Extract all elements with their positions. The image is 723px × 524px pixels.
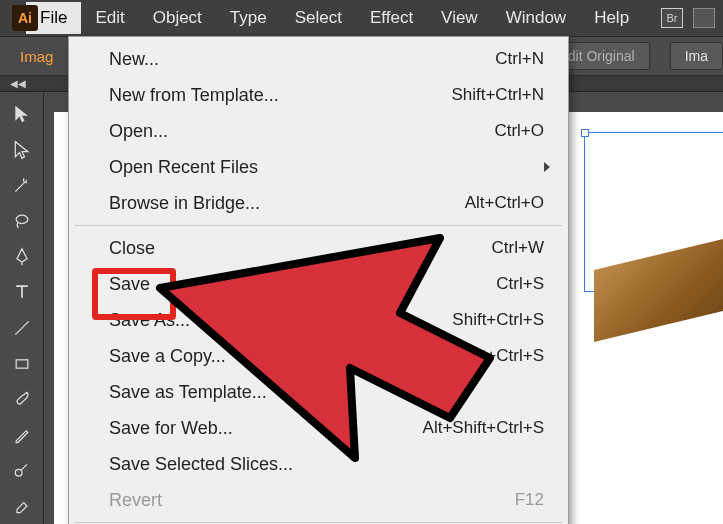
menu-item-shortcut: Shift+Ctrl+N <box>451 81 544 109</box>
menu-item-open[interactable]: Open... Ctrl+O <box>69 113 568 149</box>
menu-item-label: Save <box>109 270 496 298</box>
menu-label: Object <box>153 8 202 27</box>
menu-item-save[interactable]: Save Ctrl+S <box>69 266 568 302</box>
menu-view[interactable]: View <box>427 2 492 34</box>
app-logo: Ai <box>12 5 38 31</box>
menu-item-close[interactable]: Close Ctrl+W <box>69 230 568 266</box>
menu-item-label: Save for Web... <box>109 414 423 442</box>
magic-wand-tool[interactable] <box>4 167 40 203</box>
image-trace-button[interactable]: Ima <box>670 42 723 70</box>
menubar: File Edit Object Type Select Effect View… <box>0 0 723 36</box>
menu-item-shortcut: Ctrl+O <box>494 117 544 145</box>
menu-type[interactable]: Type <box>216 2 281 34</box>
menu-help[interactable]: Help <box>580 2 643 34</box>
menu-select[interactable]: Select <box>281 2 356 34</box>
menu-object[interactable]: Object <box>139 2 216 34</box>
menu-item-shortcut: Ctrl+W <box>492 234 544 262</box>
menu-item-shortcut: Ctrl+N <box>495 45 544 73</box>
line-tool[interactable] <box>4 310 40 346</box>
menu-item-label: Browse in Bridge... <box>109 189 465 217</box>
pencil-tool[interactable] <box>4 417 40 453</box>
svg-rect-1 <box>16 359 28 367</box>
pen-tool[interactable] <box>4 239 40 275</box>
menu-label: Select <box>295 8 342 27</box>
menu-item-label: Save As... <box>109 306 452 334</box>
resize-handle[interactable] <box>581 129 589 137</box>
menu-item-save-as-template[interactable]: Save as Template... <box>69 374 568 410</box>
type-tool[interactable] <box>4 274 40 310</box>
menu-item-new[interactable]: New... Ctrl+N <box>69 41 568 77</box>
menu-item-revert: Revert F12 <box>69 482 568 518</box>
menu-window[interactable]: Window <box>492 2 580 34</box>
menu-label: File <box>40 8 67 27</box>
menu-label: Help <box>594 8 629 27</box>
menu-item-shortcut: Alt+Ctrl+O <box>465 189 544 217</box>
selection-tool[interactable] <box>4 96 40 132</box>
menu-item-save-a-copy[interactable]: Save a Copy... Alt+Ctrl+S <box>69 338 568 374</box>
menu-item-label: Close <box>109 234 492 262</box>
menu-item-save-as[interactable]: Save As... Shift+Ctrl+S <box>69 302 568 338</box>
menu-item-save-selected-slices[interactable]: Save Selected Slices... <box>69 446 568 482</box>
menu-item-open-recent[interactable]: Open Recent Files <box>69 149 568 185</box>
blob-brush-tool[interactable] <box>4 453 40 489</box>
menu-item-shortcut: Shift+Ctrl+S <box>452 306 544 334</box>
bridge-icon[interactable]: Br <box>661 8 683 28</box>
menu-item-shortcut: Alt+Shift+Ctrl+S <box>423 414 544 442</box>
paintbrush-tool[interactable] <box>4 381 40 417</box>
menu-item-label: Revert <box>109 486 515 514</box>
menu-effect[interactable]: Effect <box>356 2 427 34</box>
menu-label: Edit <box>95 8 124 27</box>
menu-item-browse-in-bridge[interactable]: Browse in Bridge... Alt+Ctrl+O <box>69 185 568 221</box>
tools-panel <box>0 92 44 524</box>
svg-point-2 <box>15 469 22 476</box>
menu-item-shortcut: Alt+Ctrl+S <box>467 342 544 370</box>
menu-label: Type <box>230 8 267 27</box>
eraser-tool[interactable] <box>4 488 40 524</box>
menu-item-new-from-template[interactable]: New from Template... Shift+Ctrl+N <box>69 77 568 113</box>
menu-separator <box>75 225 562 226</box>
menu-label: View <box>441 8 478 27</box>
menu-separator <box>75 522 562 523</box>
menu-item-shortcut: F12 <box>515 486 544 514</box>
submenu-arrow-icon <box>544 162 550 172</box>
collapse-icon: ◀◀ <box>10 78 26 89</box>
menu-item-label: Open Recent Files <box>109 153 544 181</box>
menu-edit[interactable]: Edit <box>81 2 138 34</box>
arrange-documents-icon[interactable] <box>693 8 715 28</box>
lasso-tool[interactable] <box>4 203 40 239</box>
menu-item-label: Save a Copy... <box>109 342 467 370</box>
menu-item-label: Open... <box>109 117 494 145</box>
menu-item-label: New... <box>109 45 495 73</box>
rectangle-tool[interactable] <box>4 346 40 382</box>
menu-label: Window <box>506 8 566 27</box>
menu-item-save-for-web[interactable]: Save for Web... Alt+Shift+Ctrl+S <box>69 410 568 446</box>
direct-selection-tool[interactable] <box>4 132 40 168</box>
svg-point-0 <box>16 215 28 223</box>
menu-item-label: New from Template... <box>109 81 451 109</box>
menu-label: Effect <box>370 8 413 27</box>
file-menu-dropdown: New... Ctrl+N New from Template... Shift… <box>68 36 569 524</box>
menu-item-label: Save as Template... <box>109 378 544 406</box>
menu-item-label: Save Selected Slices... <box>109 450 544 478</box>
menu-item-shortcut: Ctrl+S <box>496 270 544 298</box>
content-type-label: Imag <box>20 48 53 65</box>
